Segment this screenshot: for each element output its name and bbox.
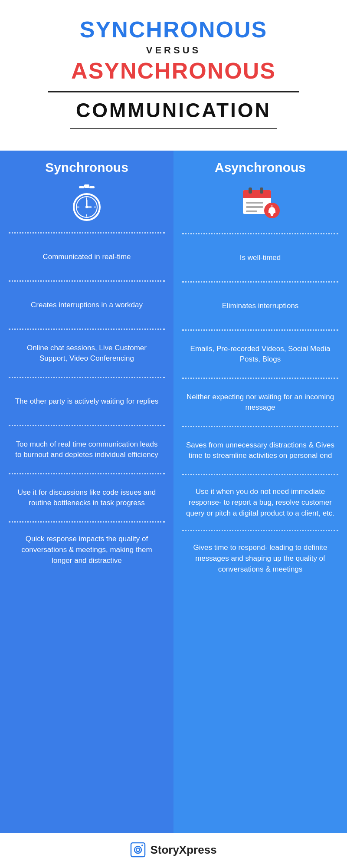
divider-4-left bbox=[0, 423, 174, 428]
svg-point-27 bbox=[141, 845, 143, 846]
title-versus: VERSUS bbox=[26, 45, 321, 56]
header-section: SYNCHRONOUS VERSUS ASYNCHRONOUS COMMUNIC… bbox=[0, 0, 347, 151]
cell-sync-2: Online chat sessions, Live Customer Supp… bbox=[0, 332, 174, 375]
svg-point-26 bbox=[136, 848, 140, 852]
svg-rect-1 bbox=[79, 186, 84, 188]
divider-6-right bbox=[174, 528, 347, 533]
cell-sync-0: Communicated in real-time bbox=[0, 235, 174, 279]
cell-async-2: Emails, Pre-recorded Videos, Social Medi… bbox=[174, 332, 347, 376]
divider-0-left bbox=[0, 230, 174, 235]
svg-rect-2 bbox=[89, 186, 95, 188]
svg-rect-14 bbox=[243, 194, 271, 198]
title-communication: COMMUNICATION bbox=[26, 99, 321, 122]
divider-1-right bbox=[174, 279, 347, 284]
divider-5-right bbox=[174, 472, 347, 477]
divider-main bbox=[48, 91, 299, 92]
svg-point-22 bbox=[271, 214, 273, 216]
cell-sync-1: Creates interruptions in a workday bbox=[0, 283, 174, 327]
cell-async-3: Neither expecting nor waiting for an inc… bbox=[174, 381, 347, 424]
divider-1-left bbox=[0, 279, 174, 283]
svg-point-25 bbox=[134, 846, 141, 853]
icon-area-sync bbox=[0, 179, 174, 230]
stopwatch-icon bbox=[71, 184, 102, 222]
cell-async-1: Eliminates interruptions bbox=[174, 284, 347, 328]
divider-2-left bbox=[0, 327, 174, 332]
divider-3-right bbox=[174, 376, 347, 381]
cell-async-4: Saves from unnecessary distractions & Gi… bbox=[174, 429, 347, 472]
col-header-sync: Synchronous bbox=[0, 151, 174, 179]
cell-sync-5: Use it for discussions like code issues … bbox=[0, 476, 174, 519]
brand-camera-icon bbox=[130, 842, 146, 858]
cell-sync-6: Quick response impacts the quality of co… bbox=[0, 524, 174, 575]
divider-thin bbox=[70, 128, 277, 129]
brand-name: StoryXpress bbox=[150, 843, 216, 857]
divider-3-left bbox=[0, 375, 174, 380]
divider-0-right bbox=[174, 231, 347, 236]
svg-rect-16 bbox=[260, 187, 263, 194]
column-synchronous: Synchronous bbox=[0, 151, 174, 833]
svg-rect-0 bbox=[84, 184, 89, 188]
cell-async-5: Use it when you do not need immediate re… bbox=[174, 477, 347, 528]
divider-5-left bbox=[0, 471, 174, 476]
cell-sync-3: The other party is actively waiting for … bbox=[0, 380, 174, 423]
divider-2-right bbox=[174, 328, 347, 332]
cell-async-0: Is well-timed bbox=[174, 236, 347, 279]
title-asynchronous: ASYNCHRONOUS bbox=[26, 59, 321, 83]
col-header-async: Asynchronous bbox=[174, 151, 347, 179]
svg-point-11 bbox=[85, 206, 88, 208]
column-asynchronous: Asynchronous bbox=[174, 151, 347, 833]
comparison-table: Synchronous bbox=[0, 151, 347, 833]
cell-async-6: Gives time to respond- leading to defini… bbox=[174, 533, 347, 584]
svg-rect-15 bbox=[249, 187, 252, 194]
footer-section: StoryXpress bbox=[0, 833, 347, 868]
divider-4-right bbox=[174, 424, 347, 429]
divider-6-left bbox=[0, 519, 174, 524]
title-synchronous: SYNCHRONOUS bbox=[26, 17, 321, 42]
calendar-icon bbox=[241, 184, 280, 223]
cell-sync-4: Too much of real time communication lead… bbox=[0, 428, 174, 471]
icon-area-async bbox=[174, 179, 347, 231]
